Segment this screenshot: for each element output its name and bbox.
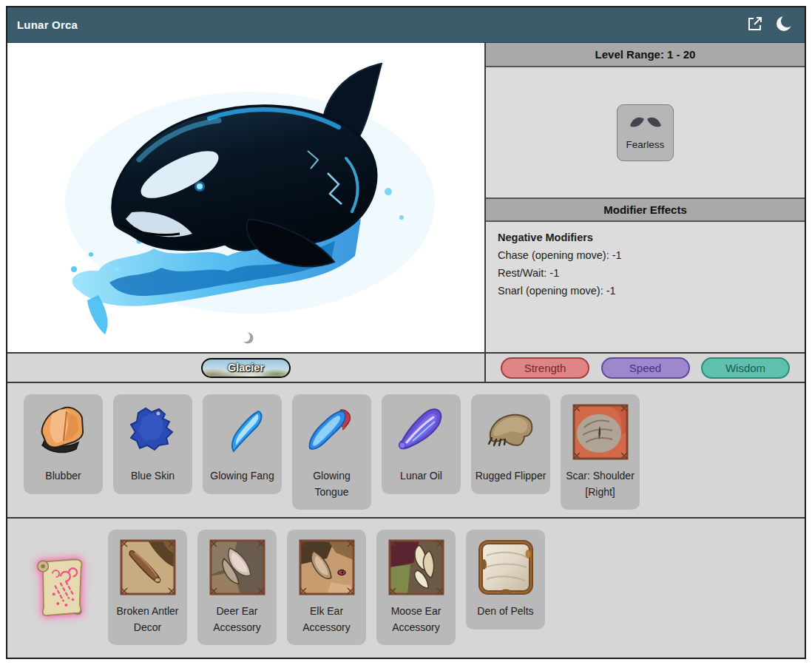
item-card-blue-skin[interactable]: Blue Skin	[113, 394, 192, 494]
wisdom-button[interactable]: Wisdom	[701, 357, 790, 379]
speed-button[interactable]: Speed	[601, 357, 690, 379]
modifier-list: Negative Modifiers Chase (opening move):…	[486, 222, 805, 352]
stat-buttons-cell: Strength Speed Wisdom	[486, 354, 805, 382]
broken-antler-icon	[111, 538, 184, 597]
negative-modifiers-heading: Negative Modifiers	[498, 232, 793, 243]
item-label: Scar: Shoulder [Right]	[564, 468, 637, 500]
glowing-tongue-icon	[295, 402, 368, 462]
trait-badge-fearless[interactable]: Fearless	[617, 104, 674, 161]
main-area: Level Range: 1 - 20 Fearless Modifier Ef…	[7, 43, 805, 354]
item-card-rugged-flipper[interactable]: Rugged Flipper	[471, 394, 550, 494]
modifier-rest-wait: Rest/Wait: -1	[498, 267, 793, 279]
strength-button[interactable]: Strength	[501, 357, 589, 379]
creature-image-panel	[7, 43, 486, 352]
moon-phase-icon	[241, 331, 254, 345]
item-label: Broken Antler Decor	[111, 604, 184, 635]
item-card-den-of-pelts[interactable]: Den of Pelts	[466, 530, 545, 629]
scar-shoulder-icon	[564, 402, 637, 462]
drops-section: Blubber Blue Skin Glowing Fang	[7, 383, 805, 519]
item-label: Elk Ear Accessory	[290, 604, 363, 635]
page: Lunar Orca	[0, 0, 812, 665]
trait-label: Fearless	[626, 139, 665, 150]
lunar-orca-image	[28, 47, 464, 346]
external-link-icon	[746, 15, 764, 35]
item-card-lunar-oil[interactable]: Lunar Oil	[382, 394, 461, 494]
lunar-oil-icon	[385, 402, 458, 462]
fearless-eyes-icon	[629, 115, 663, 134]
recipe-scroll[interactable]	[24, 553, 98, 624]
moon-icon	[774, 14, 794, 36]
item-label: Rugged Flipper	[474, 468, 547, 485]
item-card-moose-ear[interactable]: Moose Ear Accessory	[376, 530, 456, 645]
title-bar: Lunar Orca	[7, 7, 805, 43]
trait-area: Fearless	[486, 67, 805, 198]
location-strip: Glacier Strength Speed Wisdom	[7, 354, 805, 383]
modifier-snarl: Snarl (opening move): -1	[498, 285, 793, 297]
item-card-scar-shoulder[interactable]: Scar: Shoulder [Right]	[561, 394, 640, 510]
item-label: Blubber	[27, 468, 100, 485]
page-title: Lunar Orca	[17, 18, 78, 31]
item-label: Glowing Fang	[206, 468, 279, 485]
item-card-glowing-fang[interactable]: Glowing Fang	[203, 394, 282, 494]
item-card-blubber[interactable]: Blubber	[24, 394, 103, 494]
stats-panel: Level Range: 1 - 20 Fearless Modifier Ef…	[486, 43, 805, 352]
item-label: Moose Ear Accessory	[379, 604, 453, 635]
item-card-broken-antler[interactable]: Broken Antler Decor	[108, 530, 187, 645]
titlebar-icons	[744, 14, 795, 36]
app-window: Lunar Orca	[6, 6, 806, 659]
item-label: Blue Skin	[116, 468, 189, 485]
decor-section: Broken Antler Decor Deer Ear Accessory	[7, 519, 805, 658]
item-label: Den of Pelts	[469, 604, 542, 620]
item-card-deer-ear[interactable]: Deer Ear Accessory	[197, 530, 277, 645]
rugged-flipper-icon	[474, 402, 547, 462]
scroll-icon	[27, 553, 95, 624]
glowing-fang-icon	[206, 402, 279, 462]
blubber-icon	[27, 402, 100, 462]
elk-ear-icon	[290, 538, 363, 597]
dark-mode-toggle[interactable]	[773, 14, 795, 36]
item-label: Deer Ear Accessory	[200, 604, 274, 635]
location-cell: Glacier	[7, 354, 486, 382]
blue-skin-icon	[116, 402, 189, 462]
external-link-button[interactable]	[744, 14, 766, 36]
den-of-pelts-icon	[469, 538, 542, 597]
item-label: Glowing Tongue	[295, 468, 368, 500]
item-label: Lunar Oil	[385, 468, 458, 485]
item-card-elk-ear[interactable]: Elk Ear Accessory	[287, 530, 366, 645]
deer-ear-icon	[200, 538, 274, 597]
location-button-glacier[interactable]: Glacier	[201, 358, 291, 378]
moose-ear-icon	[379, 538, 453, 597]
modifier-effects-header: Modifier Effects	[486, 198, 805, 222]
level-range-header: Level Range: 1 - 20	[486, 43, 805, 67]
modifier-chase: Chase (opening move): -1	[498, 249, 793, 261]
item-card-glowing-tongue[interactable]: Glowing Tongue	[292, 394, 371, 510]
